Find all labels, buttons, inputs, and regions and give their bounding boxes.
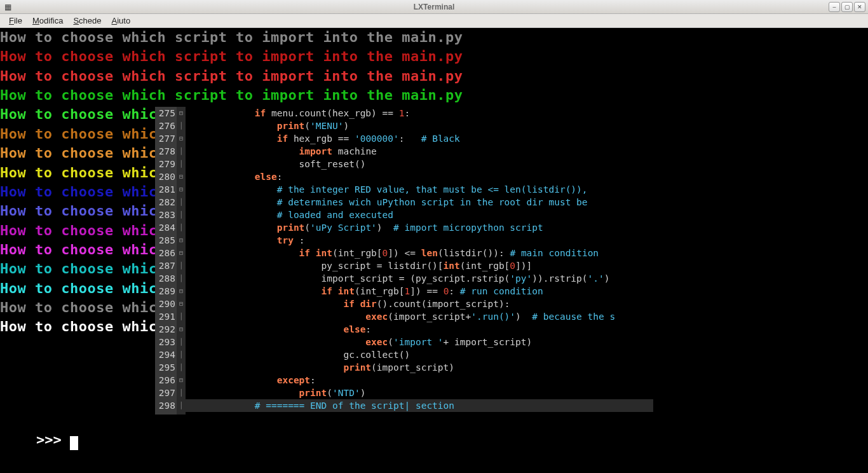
menu-file-rest: ile: [14, 16, 22, 25]
code-line[interactable]: if menu.count(hex_rgb) == 1:: [188, 107, 653, 120]
fold-marker[interactable]: ⊟: [177, 107, 186, 120]
fold-marker: │: [177, 145, 186, 158]
code-line[interactable]: # ======= END of the script| section: [188, 399, 653, 412]
line-number: 278: [156, 145, 175, 158]
line-number: 290: [156, 298, 175, 310]
fold-marker: │: [177, 120, 186, 132]
code-line[interactable]: if dir().count(import_script):: [188, 298, 653, 310]
fold-marker: │: [177, 399, 186, 412]
line-number: 285: [156, 234, 175, 247]
fold-marker: │: [177, 272, 186, 285]
fold-marker[interactable]: ⊟: [177, 183, 186, 196]
fold-column: ⊟│⊟││⊟⊟│││⊟⊟││⊟⊟│⊟│││⊟││: [177, 107, 186, 415]
fold-marker[interactable]: ⊟: [177, 247, 186, 259]
terminal-line: How to choose which script to import int…: [0, 28, 868, 47]
fold-marker[interactable]: ⊟: [177, 374, 186, 387]
python-prompt[interactable]: >>>: [3, 411, 78, 469]
line-number: 280: [156, 170, 175, 183]
code-line[interactable]: else:: [188, 323, 653, 336]
fold-marker: │: [177, 387, 186, 399]
line-number: 297: [156, 387, 175, 399]
fold-marker[interactable]: ⊟: [177, 132, 186, 145]
code-line[interactable]: print('MENU'): [188, 120, 653, 132]
menu-file[interactable]: File: [4, 15, 27, 27]
line-number: 276: [156, 120, 175, 132]
fold-marker[interactable]: ⊟: [177, 234, 186, 247]
line-number: 294: [156, 348, 175, 361]
code-line[interactable]: gc.collect(): [188, 348, 653, 361]
menu-modifica-rest: odifica: [39, 16, 64, 25]
menu-schede-rest: chede: [79, 16, 101, 25]
line-number: 281: [156, 183, 175, 196]
fold-marker: │: [177, 196, 186, 209]
code-line[interactable]: exec('import '+ import_script): [188, 336, 653, 348]
menubar: File Modifica Schede Aiuto: [0, 14, 868, 28]
fold-marker: │: [177, 158, 186, 170]
code-line[interactable]: # loaded and executed: [188, 209, 653, 221]
terminal-line: How to choose which script to import int…: [0, 47, 868, 66]
fold-marker: │: [177, 209, 186, 221]
line-number: 292: [156, 323, 175, 336]
menu-aiuto[interactable]: Aiuto: [106, 15, 135, 27]
menu-aiuto-rest: iuto: [117, 16, 130, 25]
line-number: 275: [156, 107, 175, 120]
fold-marker[interactable]: ⊟: [177, 323, 186, 336]
line-number: 291: [156, 310, 175, 323]
line-number: 288: [156, 272, 175, 285]
code-line[interactable]: if int(int_rgb[0]) <= len(listdir()): # …: [188, 247, 653, 259]
titlebar: ▦ LXTerminal – ▢ ✕: [0, 0, 868, 14]
line-number: 277: [156, 132, 175, 145]
code-line[interactable]: if hex_rgb == '000000': # Black: [188, 132, 653, 145]
terminal[interactable]: How to choose which script to import int…: [0, 28, 868, 473]
app-icon: ▦: [3, 2, 13, 12]
fold-marker: │: [177, 310, 186, 323]
terminal-line: How to choose which script to import int…: [0, 86, 868, 105]
line-number: 286: [156, 247, 175, 259]
fold-marker[interactable]: ⊟: [177, 285, 186, 298]
code-line[interactable]: try :: [188, 234, 653, 247]
line-number: 283: [156, 209, 175, 221]
line-number: 287: [156, 259, 175, 272]
fold-marker: │: [177, 259, 186, 272]
fold-marker[interactable]: ⊟: [177, 298, 186, 310]
code-line[interactable]: import_script = (py_script.rstrip('py'))…: [188, 272, 653, 285]
close-button[interactable]: ✕: [854, 2, 865, 12]
code-line[interactable]: import machine: [188, 145, 653, 158]
line-number: 295: [156, 361, 175, 374]
line-number: 296: [156, 374, 175, 387]
menu-schede[interactable]: Schede: [68, 15, 106, 27]
menu-modifica[interactable]: Modifica: [27, 15, 68, 27]
code-line[interactable]: exec(import_script+'.run()') # because t…: [188, 310, 653, 323]
code-area[interactable]: if menu.count(hex_rgb) == 1: print('MENU…: [186, 107, 653, 415]
code-line[interactable]: else:: [188, 170, 653, 183]
line-number: 293: [156, 336, 175, 348]
window-buttons: – ▢ ✕: [829, 2, 865, 12]
code-line[interactable]: if int(int_rgb[1]) == 0: # run condition: [188, 285, 653, 298]
code-line[interactable]: print('uPy Script') # import micropython…: [188, 221, 653, 234]
line-number: 279: [156, 158, 175, 170]
code-line[interactable]: py_script = listdir()[int(int_rgb[0])]: [188, 259, 653, 272]
minimize-button[interactable]: –: [829, 2, 840, 12]
code-line[interactable]: print('NTD'): [188, 387, 653, 399]
code-line[interactable]: soft_reset(): [188, 158, 653, 170]
fold-marker: │: [177, 221, 186, 234]
code-line[interactable]: except:: [188, 374, 653, 387]
fold-marker: │: [177, 348, 186, 361]
code-line[interactable]: print(import_script): [188, 361, 653, 374]
terminal-line: How to choose which script to import int…: [0, 67, 868, 86]
code-line[interactable]: # the integer RED value, that must be <=…: [188, 183, 653, 196]
code-editor-overlay: 2752762772782792802812822832842852862872…: [155, 107, 653, 415]
prompt-text: >>>: [36, 432, 70, 448]
cursor: [70, 436, 78, 450]
code-line[interactable]: # determines wich uPython script in the …: [188, 196, 653, 209]
fold-marker: │: [177, 361, 186, 374]
line-number: 298: [156, 399, 175, 412]
line-number-gutter: 2752762772782792802812822832842852862872…: [155, 107, 177, 415]
fold-marker[interactable]: ⊟: [177, 170, 186, 183]
line-number: 282: [156, 196, 175, 209]
line-number: 289: [156, 285, 175, 298]
maximize-button[interactable]: ▢: [841, 2, 853, 12]
fold-marker: │: [177, 336, 186, 348]
line-number: 284: [156, 221, 175, 234]
window-title: LXTerminal: [414, 3, 454, 11]
